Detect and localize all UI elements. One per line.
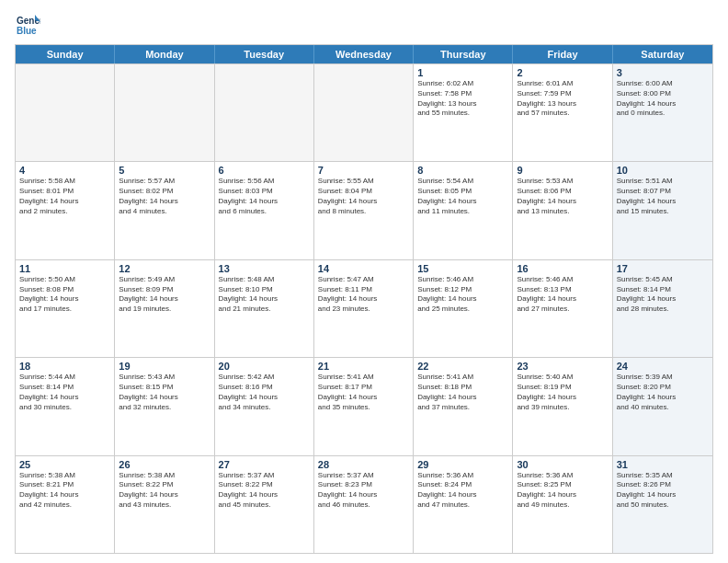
day-info: Sunrise: 5:47 AM Sunset: 8:11 PM Dayligh… — [318, 275, 409, 315]
day-info: Sunrise: 5:53 AM Sunset: 8:06 PM Dayligh… — [517, 177, 608, 216]
calendar-cell-0-6: 3Sunrise: 6:00 AM Sunset: 8:00 PM Daylig… — [613, 64, 712, 161]
day-info: Sunrise: 5:37 AM Sunset: 8:23 PM Dayligh… — [318, 471, 409, 511]
day-info: Sunrise: 5:51 AM Sunset: 8:07 PM Dayligh… — [617, 177, 709, 216]
day-info: Sunrise: 5:57 AM Sunset: 8:02 PM Dayligh… — [119, 177, 210, 216]
calendar-cell-4-2: 27Sunrise: 5:37 AM Sunset: 8:22 PM Dayli… — [215, 456, 314, 553]
calendar-cell-1-0: 4Sunrise: 5:58 AM Sunset: 8:01 PM Daylig… — [16, 162, 115, 259]
day-info: Sunrise: 5:42 AM Sunset: 8:16 PM Dayligh… — [219, 373, 310, 412]
calendar-cell-2-5: 16Sunrise: 5:46 AM Sunset: 8:13 PM Dayli… — [513, 260, 612, 357]
calendar-cell-1-4: 8Sunrise: 5:54 AM Sunset: 8:05 PM Daylig… — [414, 162, 513, 259]
calendar-cell-2-6: 17Sunrise: 5:45 AM Sunset: 8:14 PM Dayli… — [613, 260, 712, 357]
day-info: Sunrise: 5:41 AM Sunset: 8:17 PM Dayligh… — [318, 373, 409, 412]
day-number: 25 — [19, 459, 110, 470]
calendar-row-0: 1Sunrise: 6:02 AM Sunset: 7:58 PM Daylig… — [16, 63, 712, 161]
day-number: 17 — [617, 263, 709, 274]
day-number: 26 — [119, 459, 210, 470]
day-info: Sunrise: 5:43 AM Sunset: 8:15 PM Dayligh… — [119, 373, 210, 412]
calendar-cell-3-5: 23Sunrise: 5:40 AM Sunset: 8:19 PM Dayli… — [513, 358, 612, 454]
day-number: 30 — [517, 459, 608, 470]
svg-text:Blue: Blue — [17, 26, 37, 36]
day-number: 24 — [617, 361, 709, 372]
day-number: 9 — [517, 165, 608, 176]
day-of-week-wednesday: Wednesday — [314, 45, 414, 63]
day-info: Sunrise: 6:00 AM Sunset: 8:00 PM Dayligh… — [617, 79, 709, 119]
day-number: 28 — [318, 459, 409, 470]
calendar-cell-3-4: 22Sunrise: 5:41 AM Sunset: 8:18 PM Dayli… — [414, 358, 513, 454]
day-number: 2 — [517, 67, 608, 78]
calendar-cell-1-6: 10Sunrise: 5:51 AM Sunset: 8:07 PM Dayli… — [613, 162, 712, 259]
calendar-row-4: 25Sunrise: 5:38 AM Sunset: 8:21 PM Dayli… — [16, 455, 712, 553]
day-number: 5 — [119, 165, 210, 176]
day-info: Sunrise: 5:46 AM Sunset: 8:13 PM Dayligh… — [517, 275, 608, 315]
day-info: Sunrise: 5:49 AM Sunset: 8:09 PM Dayligh… — [119, 275, 210, 315]
day-number: 3 — [617, 67, 709, 78]
day-of-week-friday: Friday — [513, 45, 612, 63]
calendar-cell-2-3: 14Sunrise: 5:47 AM Sunset: 8:11 PM Dayli… — [314, 260, 414, 357]
calendar-header: SundayMondayTuesdayWednesdayThursdayFrid… — [16, 45, 712, 63]
day-number: 1 — [417, 67, 508, 78]
day-info: Sunrise: 6:01 AM Sunset: 7:59 PM Dayligh… — [517, 79, 608, 119]
logo-icon: General Blue — [15, 11, 40, 37]
calendar-cell-2-2: 13Sunrise: 5:48 AM Sunset: 8:10 PM Dayli… — [215, 260, 314, 357]
day-of-week-saturday: Saturday — [613, 45, 712, 63]
calendar-cell-1-5: 9Sunrise: 5:53 AM Sunset: 8:06 PM Daylig… — [513, 162, 612, 259]
calendar-row-2: 11Sunrise: 5:50 AM Sunset: 8:08 PM Dayli… — [16, 259, 712, 357]
page: General Blue SundayMondayTuesdayWednesda… — [0, 0, 728, 563]
calendar-row-3: 18Sunrise: 5:44 AM Sunset: 8:14 PM Dayli… — [16, 357, 712, 454]
day-info: Sunrise: 5:39 AM Sunset: 8:20 PM Dayligh… — [617, 373, 709, 412]
day-number: 13 — [219, 263, 310, 274]
day-info: Sunrise: 5:41 AM Sunset: 8:18 PM Dayligh… — [417, 373, 508, 412]
day-number: 29 — [417, 459, 508, 470]
day-number: 10 — [617, 165, 709, 176]
day-info: Sunrise: 5:48 AM Sunset: 8:10 PM Dayligh… — [219, 275, 310, 315]
day-number: 11 — [19, 263, 110, 274]
day-number: 22 — [417, 361, 508, 372]
calendar-cell-1-1: 5Sunrise: 5:57 AM Sunset: 8:02 PM Daylig… — [115, 162, 214, 259]
header: General Blue — [15, 11, 713, 37]
calendar-cell-0-4: 1Sunrise: 6:02 AM Sunset: 7:58 PM Daylig… — [414, 64, 513, 161]
calendar-cell-0-3 — [314, 64, 414, 161]
day-number: 12 — [119, 263, 210, 274]
calendar-cell-4-1: 26Sunrise: 5:38 AM Sunset: 8:22 PM Dayli… — [115, 456, 214, 553]
day-info: Sunrise: 5:36 AM Sunset: 8:25 PM Dayligh… — [517, 471, 608, 511]
day-number: 20 — [219, 361, 310, 372]
calendar-cell-0-1 — [115, 64, 214, 161]
calendar-cell-0-5: 2Sunrise: 6:01 AM Sunset: 7:59 PM Daylig… — [513, 64, 612, 161]
calendar-body: 1Sunrise: 6:02 AM Sunset: 7:58 PM Daylig… — [16, 63, 712, 553]
calendar-cell-1-2: 6Sunrise: 5:56 AM Sunset: 8:03 PM Daylig… — [215, 162, 314, 259]
day-number: 14 — [318, 263, 409, 274]
calendar-cell-0-2 — [215, 64, 314, 161]
day-info: Sunrise: 5:37 AM Sunset: 8:22 PM Dayligh… — [219, 471, 310, 511]
calendar-cell-2-0: 11Sunrise: 5:50 AM Sunset: 8:08 PM Dayli… — [16, 260, 115, 357]
calendar-cell-4-0: 25Sunrise: 5:38 AM Sunset: 8:21 PM Dayli… — [16, 456, 115, 553]
day-info: Sunrise: 5:50 AM Sunset: 8:08 PM Dayligh… — [19, 275, 110, 315]
calendar-row-1: 4Sunrise: 5:58 AM Sunset: 8:01 PM Daylig… — [16, 161, 712, 259]
day-number: 8 — [417, 165, 508, 176]
day-info: Sunrise: 5:56 AM Sunset: 8:03 PM Dayligh… — [219, 177, 310, 216]
day-info: Sunrise: 5:35 AM Sunset: 8:26 PM Dayligh… — [617, 471, 709, 511]
calendar-cell-3-1: 19Sunrise: 5:43 AM Sunset: 8:15 PM Dayli… — [115, 358, 214, 454]
calendar-cell-1-3: 7Sunrise: 5:55 AM Sunset: 8:04 PM Daylig… — [314, 162, 414, 259]
calendar-cell-3-0: 18Sunrise: 5:44 AM Sunset: 8:14 PM Dayli… — [16, 358, 115, 454]
calendar-cell-4-4: 29Sunrise: 5:36 AM Sunset: 8:24 PM Dayli… — [414, 456, 513, 553]
logo-area: General Blue — [15, 11, 44, 37]
calendar-cell-0-0 — [16, 64, 115, 161]
day-of-week-thursday: Thursday — [414, 45, 513, 63]
day-number: 16 — [517, 263, 608, 274]
day-info: Sunrise: 5:54 AM Sunset: 8:05 PM Dayligh… — [417, 177, 508, 216]
day-info: Sunrise: 5:44 AM Sunset: 8:14 PM Dayligh… — [19, 373, 110, 412]
day-number: 15 — [417, 263, 508, 274]
day-info: Sunrise: 5:36 AM Sunset: 8:24 PM Dayligh… — [417, 471, 508, 511]
calendar-cell-4-6: 31Sunrise: 5:35 AM Sunset: 8:26 PM Dayli… — [613, 456, 712, 553]
day-number: 19 — [119, 361, 210, 372]
day-info: Sunrise: 5:45 AM Sunset: 8:14 PM Dayligh… — [617, 275, 709, 315]
day-number: 21 — [318, 361, 409, 372]
calendar-cell-3-6: 24Sunrise: 5:39 AM Sunset: 8:20 PM Dayli… — [613, 358, 712, 454]
day-info: Sunrise: 5:55 AM Sunset: 8:04 PM Dayligh… — [318, 177, 409, 216]
day-of-week-sunday: Sunday — [16, 45, 115, 63]
day-number: 23 — [517, 361, 608, 372]
day-number: 31 — [617, 459, 709, 470]
calendar-cell-3-2: 20Sunrise: 5:42 AM Sunset: 8:16 PM Dayli… — [215, 358, 314, 454]
day-of-week-monday: Monday — [115, 45, 214, 63]
calendar-cell-3-3: 21Sunrise: 5:41 AM Sunset: 8:17 PM Dayli… — [314, 358, 414, 454]
